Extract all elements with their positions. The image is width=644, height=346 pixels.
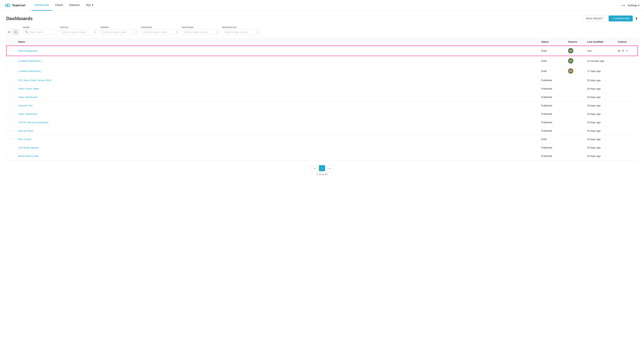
- star-icon[interactable]: ☆: [10, 146, 12, 149]
- star-icon[interactable]: ☆: [10, 79, 12, 82]
- filter-certified-select[interactable]: Select or type a value ▾: [182, 29, 220, 35]
- prev-page-button[interactable]: «: [311, 165, 318, 171]
- dashboard-link[interactable]: World Bank's Data: [18, 155, 39, 158]
- dashboard-link[interactable]: USA Births Names: [18, 146, 39, 149]
- col-name[interactable]: Name ↕: [15, 38, 538, 46]
- owner-cell: SA: [565, 66, 584, 76]
- star-icon[interactable]: ☆: [10, 96, 12, 99]
- actions-cell: [615, 102, 638, 110]
- page-title: Dashboards: [6, 16, 33, 21]
- owner-cell: SA: [565, 56, 584, 66]
- nav-charts[interactable]: Charts: [52, 0, 66, 11]
- filter-certified-label: CERTIFIED: [182, 26, 220, 28]
- table-row: ☆[ untitled dashboard ]DraftSA12 minutes…: [6, 56, 638, 66]
- star-cell: ☆: [6, 110, 15, 118]
- actions-cell: [615, 110, 638, 118]
- status-cell: Published: [538, 84, 565, 93]
- star-cell: ☆: [6, 56, 15, 66]
- dashboard-link[interactable]: Video Game Sales: [18, 87, 39, 90]
- grid-view-toggle[interactable]: ⊞: [6, 29, 13, 35]
- status-cell: Published: [538, 127, 565, 135]
- table-row: ☆deck.gl DemoPublished29 days ago: [6, 127, 638, 135]
- edit-button[interactable]: ✏: [626, 49, 628, 52]
- dashboards-table-container: Name ↕ Status ↕ Owners Last modified ↓ A…: [6, 38, 638, 160]
- last-modified-cell: 29 days ago: [584, 76, 615, 84]
- filter-status-label: STATUS: [60, 26, 98, 28]
- star-cell: ☆: [6, 118, 15, 127]
- star-cell: ☆: [6, 93, 15, 102]
- filter-favorite-group: FAVORITE Select or type a value ▾: [141, 26, 179, 35]
- star-cell: ☆: [6, 76, 15, 84]
- owner-cell: SA: [565, 46, 584, 56]
- filter-owner-placeholder: Select or type a value: [102, 30, 126, 34]
- dashboard-link[interactable]: [ untitled dashboard ]: [18, 60, 41, 62]
- sort-modified-icon: ↓: [605, 41, 606, 43]
- star-icon[interactable]: ☆: [10, 104, 12, 107]
- bulk-select-button[interactable]: BULK SELECT: [583, 15, 606, 22]
- nav-dashboards[interactable]: Dashboards: [32, 0, 52, 11]
- star-cell: ☆: [6, 144, 15, 152]
- avatar: SA: [568, 58, 573, 64]
- dashboard-link[interactable]: [ untitled dashboard ]: [18, 70, 41, 72]
- star-cell: ☆: [6, 66, 15, 76]
- filter-favorite-select[interactable]: Select or type a value ▾: [141, 29, 179, 35]
- download-button[interactable]: ⬇: [635, 16, 638, 21]
- table-row: ☆COVID Vaccine DashboardPublished29 days…: [6, 118, 638, 127]
- dashboard-link[interactable]: Misc Charts: [18, 138, 32, 141]
- filter-name-input[interactable]: [29, 30, 56, 34]
- filter-owner-select[interactable]: Select or type a value ▾: [100, 29, 138, 35]
- owner-cell: [565, 76, 584, 84]
- dashboard-link[interactable]: deck.gl Demo: [18, 129, 33, 132]
- name-cell: World Bank's Data: [15, 152, 538, 160]
- dashboard-link[interactable]: Slack Dashboard: [18, 112, 37, 116]
- filter-favorite-placeholder: Select or type a value: [143, 30, 167, 34]
- table-header: Name ↕ Status ↕ Owners Last modified ↓ A…: [6, 38, 638, 46]
- delete-button[interactable]: 🗑: [618, 49, 620, 52]
- dashboard-link[interactable]: Unicode Test: [18, 104, 32, 107]
- filter-modified-by-select[interactable]: Select or type a value ▾: [222, 29, 260, 35]
- dashboard-link[interactable]: Sales Dashboard: [18, 96, 37, 98]
- dashboard-link[interactable]: COVID Vaccine Dashboard: [18, 121, 48, 124]
- chevron-down-icon-4: ▾: [217, 31, 218, 33]
- dashboard-link[interactable]: Data Visualization: [18, 49, 38, 52]
- star-icon[interactable]: ☆: [10, 154, 12, 158]
- star-icon[interactable]: ☆: [10, 138, 12, 141]
- last-modified-cell: 29 days ago: [584, 135, 615, 144]
- add-dashboard-button[interactable]: + DASHBOARD: [608, 16, 633, 22]
- owner-cell: [565, 127, 584, 135]
- list-view-toggle[interactable]: ☰: [13, 29, 19, 35]
- star-icon[interactable]: ☆: [10, 112, 12, 116]
- table-row: ☆Misc ChartsDraft29 days ago: [6, 135, 638, 144]
- star-icon[interactable]: ☆: [10, 49, 12, 52]
- col-status[interactable]: Status ↕: [538, 38, 565, 46]
- dashboard-link[interactable]: FCC New Coder Survey 2018: [18, 79, 51, 82]
- status-cell: Published: [538, 93, 565, 102]
- last-modified-cell: 29 days ago: [584, 144, 615, 152]
- nav-sql[interactable]: SQL ▾: [83, 0, 96, 11]
- status-cell: Draft: [538, 46, 565, 56]
- owner-cell: [565, 118, 584, 127]
- star-icon[interactable]: ☆: [10, 87, 12, 90]
- actions-cell: [615, 118, 638, 127]
- settings-action[interactable]: Settings ▾: [628, 4, 640, 7]
- status-cell: Published: [538, 110, 565, 118]
- table-row: ☆USA Births NamesPublished29 days ago: [6, 144, 638, 152]
- star-icon[interactable]: ☆: [10, 121, 12, 124]
- owner-cell: [565, 110, 584, 118]
- name-cell: USA Births Names: [15, 144, 538, 152]
- chevron-down-icon: ▾: [95, 31, 96, 33]
- star-icon[interactable]: ☆: [10, 59, 12, 62]
- nav-datasets[interactable]: Datasets: [66, 0, 83, 11]
- brand-name: Superset: [12, 4, 25, 7]
- page-1-button[interactable]: 1: [319, 165, 325, 171]
- star-icon[interactable]: ☆: [10, 70, 12, 73]
- add-action[interactable]: + ▾: [621, 4, 624, 7]
- star-icon[interactable]: ☆: [10, 129, 12, 132]
- filter-status-select[interactable]: Select or type a value ▾: [60, 29, 98, 35]
- next-page-button[interactable]: »: [326, 165, 333, 171]
- export-button[interactable]: ⬆: [622, 49, 624, 52]
- status-cell: Published: [538, 102, 565, 110]
- table-row: ☆[ untitled dashboard ]DraftSA17 days ag…: [6, 66, 638, 76]
- filter-modified-by-label: MODIFIED BY: [222, 26, 260, 28]
- col-last-modified[interactable]: Last modified ↓: [584, 38, 615, 46]
